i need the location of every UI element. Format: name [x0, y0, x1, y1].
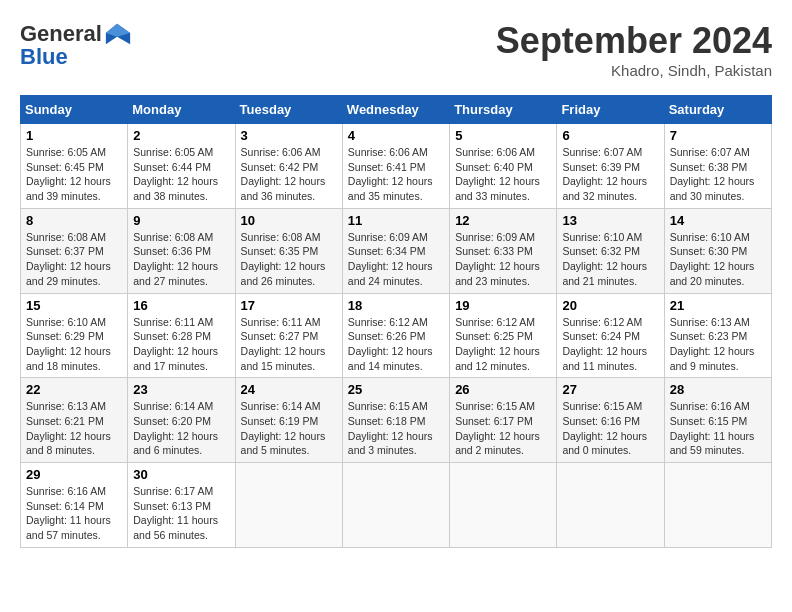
- day-number: 30: [133, 467, 229, 482]
- day-info: Sunrise: 6:15 AM Sunset: 6:16 PM Dayligh…: [562, 399, 658, 458]
- day-number: 14: [670, 213, 766, 228]
- day-number: 7: [670, 128, 766, 143]
- day-number: 10: [241, 213, 337, 228]
- location: Khadro, Sindh, Pakistan: [496, 62, 772, 79]
- day-info: Sunrise: 6:08 AM Sunset: 6:37 PM Dayligh…: [26, 230, 122, 289]
- day-info: Sunrise: 6:11 AM Sunset: 6:28 PM Dayligh…: [133, 315, 229, 374]
- weekday-header: Tuesday: [235, 96, 342, 124]
- day-info: Sunrise: 6:06 AM Sunset: 6:40 PM Dayligh…: [455, 145, 551, 204]
- calendar-table: SundayMondayTuesdayWednesdayThursdayFrid…: [20, 95, 772, 548]
- day-number: 11: [348, 213, 444, 228]
- calendar-cell: 20Sunrise: 6:12 AM Sunset: 6:24 PM Dayli…: [557, 293, 664, 378]
- calendar-cell: 25Sunrise: 6:15 AM Sunset: 6:18 PM Dayli…: [342, 378, 449, 463]
- calendar-cell: 13Sunrise: 6:10 AM Sunset: 6:32 PM Dayli…: [557, 208, 664, 293]
- day-number: 28: [670, 382, 766, 397]
- day-number: 22: [26, 382, 122, 397]
- title-block: September 2024 Khadro, Sindh, Pakistan: [496, 20, 772, 79]
- day-number: 27: [562, 382, 658, 397]
- day-number: 5: [455, 128, 551, 143]
- calendar-cell: 18Sunrise: 6:12 AM Sunset: 6:26 PM Dayli…: [342, 293, 449, 378]
- day-info: Sunrise: 6:10 AM Sunset: 6:30 PM Dayligh…: [670, 230, 766, 289]
- calendar-cell: [342, 463, 449, 548]
- day-info: Sunrise: 6:06 AM Sunset: 6:42 PM Dayligh…: [241, 145, 337, 204]
- day-info: Sunrise: 6:14 AM Sunset: 6:20 PM Dayligh…: [133, 399, 229, 458]
- day-info: Sunrise: 6:13 AM Sunset: 6:21 PM Dayligh…: [26, 399, 122, 458]
- day-info: Sunrise: 6:06 AM Sunset: 6:41 PM Dayligh…: [348, 145, 444, 204]
- day-number: 19: [455, 298, 551, 313]
- day-number: 2: [133, 128, 229, 143]
- page-header: General Blue September 2024 Khadro, Sind…: [20, 20, 772, 79]
- calendar-header-row: SundayMondayTuesdayWednesdayThursdayFrid…: [21, 96, 772, 124]
- day-number: 3: [241, 128, 337, 143]
- calendar-cell: [450, 463, 557, 548]
- weekday-header: Wednesday: [342, 96, 449, 124]
- calendar-cell: 16Sunrise: 6:11 AM Sunset: 6:28 PM Dayli…: [128, 293, 235, 378]
- day-info: Sunrise: 6:12 AM Sunset: 6:25 PM Dayligh…: [455, 315, 551, 374]
- calendar-cell: 14Sunrise: 6:10 AM Sunset: 6:30 PM Dayli…: [664, 208, 771, 293]
- calendar-cell: [557, 463, 664, 548]
- day-info: Sunrise: 6:16 AM Sunset: 6:15 PM Dayligh…: [670, 399, 766, 458]
- weekday-header: Friday: [557, 96, 664, 124]
- month-title: September 2024: [496, 20, 772, 62]
- calendar-cell: 28Sunrise: 6:16 AM Sunset: 6:15 PM Dayli…: [664, 378, 771, 463]
- day-number: 6: [562, 128, 658, 143]
- calendar-cell: 5Sunrise: 6:06 AM Sunset: 6:40 PM Daylig…: [450, 124, 557, 209]
- calendar-cell: 11Sunrise: 6:09 AM Sunset: 6:34 PM Dayli…: [342, 208, 449, 293]
- day-number: 21: [670, 298, 766, 313]
- calendar-cell: 10Sunrise: 6:08 AM Sunset: 6:35 PM Dayli…: [235, 208, 342, 293]
- calendar-cell: 15Sunrise: 6:10 AM Sunset: 6:29 PM Dayli…: [21, 293, 128, 378]
- weekday-header: Saturday: [664, 96, 771, 124]
- calendar-cell: 26Sunrise: 6:15 AM Sunset: 6:17 PM Dayli…: [450, 378, 557, 463]
- day-number: 4: [348, 128, 444, 143]
- calendar-cell: 9Sunrise: 6:08 AM Sunset: 6:36 PM Daylig…: [128, 208, 235, 293]
- day-number: 23: [133, 382, 229, 397]
- day-number: 9: [133, 213, 229, 228]
- day-info: Sunrise: 6:17 AM Sunset: 6:13 PM Dayligh…: [133, 484, 229, 543]
- day-info: Sunrise: 6:08 AM Sunset: 6:35 PM Dayligh…: [241, 230, 337, 289]
- day-number: 25: [348, 382, 444, 397]
- calendar-cell: 21Sunrise: 6:13 AM Sunset: 6:23 PM Dayli…: [664, 293, 771, 378]
- calendar-cell: 12Sunrise: 6:09 AM Sunset: 6:33 PM Dayli…: [450, 208, 557, 293]
- calendar-week-row: 15Sunrise: 6:10 AM Sunset: 6:29 PM Dayli…: [21, 293, 772, 378]
- day-info: Sunrise: 6:13 AM Sunset: 6:23 PM Dayligh…: [670, 315, 766, 374]
- day-info: Sunrise: 6:08 AM Sunset: 6:36 PM Dayligh…: [133, 230, 229, 289]
- day-number: 8: [26, 213, 122, 228]
- day-info: Sunrise: 6:10 AM Sunset: 6:32 PM Dayligh…: [562, 230, 658, 289]
- day-number: 12: [455, 213, 551, 228]
- day-info: Sunrise: 6:07 AM Sunset: 6:39 PM Dayligh…: [562, 145, 658, 204]
- calendar-cell: 24Sunrise: 6:14 AM Sunset: 6:19 PM Dayli…: [235, 378, 342, 463]
- calendar-week-row: 8Sunrise: 6:08 AM Sunset: 6:37 PM Daylig…: [21, 208, 772, 293]
- day-number: 18: [348, 298, 444, 313]
- day-info: Sunrise: 6:12 AM Sunset: 6:26 PM Dayligh…: [348, 315, 444, 374]
- calendar-cell: 2Sunrise: 6:05 AM Sunset: 6:44 PM Daylig…: [128, 124, 235, 209]
- calendar-week-row: 1Sunrise: 6:05 AM Sunset: 6:45 PM Daylig…: [21, 124, 772, 209]
- day-info: Sunrise: 6:09 AM Sunset: 6:34 PM Dayligh…: [348, 230, 444, 289]
- day-number: 26: [455, 382, 551, 397]
- logo-icon: [104, 20, 132, 48]
- day-info: Sunrise: 6:15 AM Sunset: 6:17 PM Dayligh…: [455, 399, 551, 458]
- day-info: Sunrise: 6:12 AM Sunset: 6:24 PM Dayligh…: [562, 315, 658, 374]
- calendar-cell: 27Sunrise: 6:15 AM Sunset: 6:16 PM Dayli…: [557, 378, 664, 463]
- calendar-cell: 19Sunrise: 6:12 AM Sunset: 6:25 PM Dayli…: [450, 293, 557, 378]
- day-number: 20: [562, 298, 658, 313]
- day-number: 13: [562, 213, 658, 228]
- calendar-cell: 1Sunrise: 6:05 AM Sunset: 6:45 PM Daylig…: [21, 124, 128, 209]
- calendar-cell: 3Sunrise: 6:06 AM Sunset: 6:42 PM Daylig…: [235, 124, 342, 209]
- calendar-cell: 30Sunrise: 6:17 AM Sunset: 6:13 PM Dayli…: [128, 463, 235, 548]
- calendar-cell: 6Sunrise: 6:07 AM Sunset: 6:39 PM Daylig…: [557, 124, 664, 209]
- day-number: 1: [26, 128, 122, 143]
- day-info: Sunrise: 6:11 AM Sunset: 6:27 PM Dayligh…: [241, 315, 337, 374]
- weekday-header: Monday: [128, 96, 235, 124]
- calendar-cell: 17Sunrise: 6:11 AM Sunset: 6:27 PM Dayli…: [235, 293, 342, 378]
- weekday-header: Sunday: [21, 96, 128, 124]
- day-info: Sunrise: 6:05 AM Sunset: 6:45 PM Dayligh…: [26, 145, 122, 204]
- day-number: 29: [26, 467, 122, 482]
- calendar-cell: [664, 463, 771, 548]
- day-info: Sunrise: 6:10 AM Sunset: 6:29 PM Dayligh…: [26, 315, 122, 374]
- day-info: Sunrise: 6:05 AM Sunset: 6:44 PM Dayligh…: [133, 145, 229, 204]
- calendar-week-row: 29Sunrise: 6:16 AM Sunset: 6:14 PM Dayli…: [21, 463, 772, 548]
- calendar-cell: 7Sunrise: 6:07 AM Sunset: 6:38 PM Daylig…: [664, 124, 771, 209]
- weekday-header: Thursday: [450, 96, 557, 124]
- day-number: 16: [133, 298, 229, 313]
- calendar-cell: 4Sunrise: 6:06 AM Sunset: 6:41 PM Daylig…: [342, 124, 449, 209]
